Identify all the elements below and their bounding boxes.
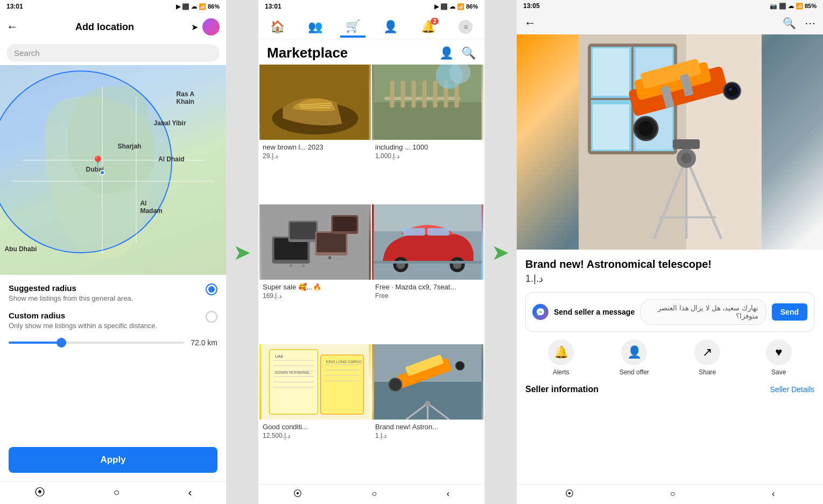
product-card-3[interactable]: Super sale 🥰...🔥 د.إ.169 — [259, 204, 371, 343]
seller-details-link[interactable]: Seller Details — [770, 385, 814, 394]
marketplace-profile-icon[interactable]: 👤 — [439, 46, 454, 60]
alerts-label: Alerts — [553, 368, 569, 376]
nav-back-2[interactable]: ‹ — [447, 489, 449, 499]
send-offer-icon-circle: 👤 — [621, 339, 647, 365]
send-button[interactable]: Send — [772, 303, 807, 321]
doc-svg: UAE ADNAN MUHAMMA... KING LONG CARGO — [259, 344, 371, 420]
message-text: نهارك سعيد، هل لا يزال هذا العنصر متوفزا… — [658, 304, 758, 320]
suggested-radius-radio[interactable] — [206, 283, 217, 295]
svg-point-26 — [290, 264, 293, 267]
apply-button[interactable]: Apply — [9, 447, 217, 473]
svg-rect-21 — [290, 222, 316, 239]
nav-menu-3[interactable]: ⦿ — [565, 489, 574, 499]
message-box: Send seller a message نهارك سعيد، هل لا … — [525, 292, 814, 332]
nav-menu-2[interactable]: ⦿ — [293, 489, 302, 499]
tab-profile[interactable]: 👤 — [378, 18, 403, 36]
product-card-5[interactable]: UAE ADNAN MUHAMMA... KING LONG CARGO Goo… — [259, 344, 371, 483]
map-road — [11, 181, 215, 182]
status-time-1: 13:01 — [6, 3, 23, 10]
map-label-abudhabi: Abu Dhabi — [4, 245, 37, 253]
telescope-small-svg — [372, 344, 483, 420]
seller-section-title: Seller information — [525, 385, 599, 394]
product-meta-4: Free — [375, 292, 480, 300]
more-icon-3[interactable]: ⋯ — [805, 17, 815, 30]
nav-home-3[interactable]: ○ — [670, 489, 676, 499]
status-bar-1: 13:01 ▶ ⬛ ☁ 📶 86% — [0, 0, 226, 13]
nav-home-icon[interactable]: ○ — [114, 486, 120, 499]
tab-marketplace[interactable]: 🛒 — [340, 17, 365, 37]
custom-radius-title: Custom radius — [9, 311, 206, 320]
notification-badge: 2 — [431, 18, 439, 25]
arrow-1: ➤ — [226, 0, 258, 504]
suggested-radius-option[interactable]: Suggested radius Show me listings from t… — [9, 283, 217, 302]
arrow-2: ➤ — [484, 0, 517, 504]
tab-notifications[interactable]: 🔔 2 — [416, 18, 441, 36]
avatar[interactable] — [202, 18, 220, 36]
status-bar-3: 13:05 📷 ⬛ ☁ 📶 85% — [517, 0, 823, 12]
custom-radius-radio[interactable] — [206, 311, 217, 323]
tab-menu[interactable]: ≡ — [453, 18, 478, 36]
action-send-offer[interactable]: 👤 Send offer — [620, 339, 649, 376]
marketplace-action-icons: 👤 🔍 — [439, 46, 476, 60]
svg-point-58 — [389, 378, 402, 391]
radius-slider-track[interactable] — [9, 342, 184, 344]
bottom-nav-2: ⦿ ○ ‹ — [258, 484, 484, 504]
action-share[interactable]: ↗ Share — [694, 339, 720, 376]
product-title-1: new brown l... 2023 — [263, 143, 368, 151]
message-label: Send seller a message — [554, 308, 635, 316]
nav-back-3[interactable]: ‹ — [772, 489, 775, 499]
map-pin: 📍 — [90, 155, 105, 169]
nav-menu-icon[interactable]: ⦿ — [34, 486, 45, 499]
message-input[interactable]: نهارك سعيد، هل لا يزال هذا العنصر متوفزا… — [640, 299, 766, 325]
nav-back-icon[interactable]: ‹ — [188, 486, 192, 499]
location-arrow-icon[interactable]: ➤ — [191, 22, 198, 32]
product-info-5: Good conditi... د.إ.12,500 — [259, 420, 371, 444]
top-bar-3: ← 🔍 ⋯ — [517, 12, 823, 34]
nav-home-2[interactable]: ○ — [371, 489, 377, 499]
tab-friends[interactable]: 👥 — [303, 18, 328, 36]
status-icons-2: ▶ ⬛ ☁ 📶 86% — [434, 3, 478, 10]
map-label-aldhaid: Al Dhaid — [158, 155, 185, 163]
save-icon-circle: ♥ — [766, 339, 792, 365]
svg-rect-9 — [401, 81, 405, 108]
product-card-4[interactable]: Free · Mazda cx9, 7seat... Free — [372, 204, 483, 343]
svg-rect-6 — [374, 102, 482, 140]
bottom-nav-1: ⦿ ○ ‹ — [0, 481, 226, 504]
back-button-3[interactable]: ← — [524, 16, 536, 30]
action-save[interactable]: ♥ Save — [766, 339, 792, 376]
product-card-6[interactable]: Brand new! Astron... د.إ.1 — [372, 344, 483, 483]
svg-rect-70 — [593, 104, 629, 150]
product-meta-2: د.إ.1,000 — [375, 152, 480, 160]
arrow-icon-2: ➤ — [491, 240, 510, 265]
map-area[interactable]: Ras AKhain Jabal Yibir Sharjah Al Dhaid … — [0, 65, 226, 275]
radio-inner — [208, 286, 215, 293]
search-bar[interactable]: Search — [6, 44, 220, 62]
svg-text:ADNAN MUHAMMA...: ADNAN MUHAMMA... — [275, 371, 312, 374]
bottom-nav-3: ⦿ ○ ‹ — [517, 484, 823, 504]
product-card-2[interactable]: including ... 1000 د.إ.1,000 — [372, 65, 483, 203]
product-card-1[interactable]: new brown l... 2023 د.إ.29 — [259, 65, 371, 203]
search-icon-3[interactable]: 🔍 — [783, 17, 796, 30]
slider-thumb[interactable] — [57, 338, 66, 347]
svg-point-28 — [328, 256, 332, 259]
custom-radius-option[interactable]: Custom radius Only show me listings with… — [9, 311, 217, 330]
svg-rect-69 — [593, 48, 629, 96]
action-alerts[interactable]: 🔔 Alerts — [548, 339, 574, 376]
product-detail-price: د.إ.1 — [525, 273, 814, 285]
product-info-1: new brown l... 2023 د.إ.29 — [259, 140, 371, 164]
tablets-svg — [259, 204, 371, 280]
marketplace-search-icon[interactable]: 🔍 — [461, 46, 476, 60]
top-bar-icons: ➤ — [191, 18, 220, 36]
product-info-3: Super sale 🥰...🔥 د.إ.169 — [259, 280, 371, 304]
svg-rect-40 — [321, 355, 364, 414]
product-image-1 — [259, 65, 371, 140]
seller-row: Seller information Seller Details — [525, 385, 814, 394]
telescope-hero-svg — [579, 34, 762, 250]
back-button-1[interactable]: ← — [6, 20, 18, 34]
tab-home[interactable]: 🏠 — [265, 18, 290, 36]
suggested-radius-title: Suggested radius — [9, 283, 206, 293]
panel-add-location: 13:01 ▶ ⬛ ☁ 📶 86% ← Add location ➤ Searc… — [0, 0, 226, 504]
product-title-2: including ... 1000 — [375, 143, 480, 151]
product-detail-title: Brand new! Astronomical telescope! — [525, 258, 814, 271]
svg-rect-23 — [317, 233, 346, 252]
